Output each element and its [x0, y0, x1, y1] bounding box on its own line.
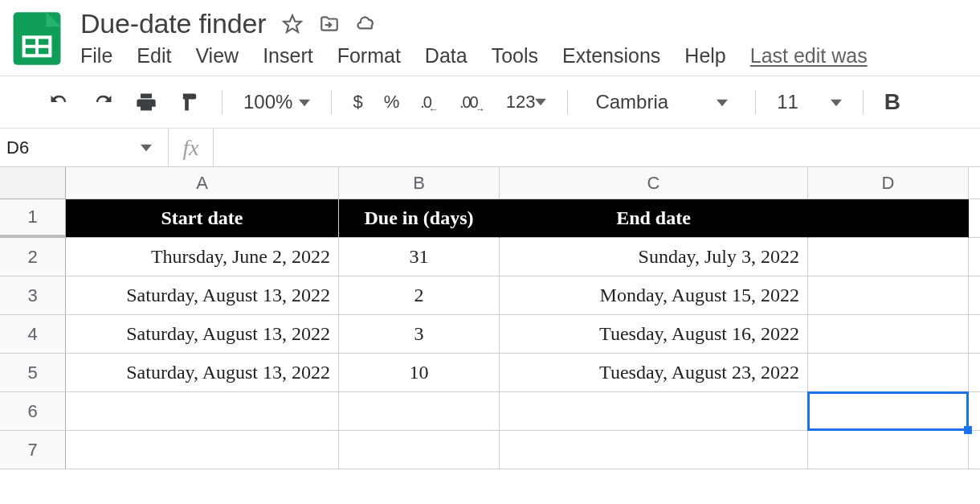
last-edit-link[interactable]: Last edit was	[750, 44, 868, 68]
cell-C2[interactable]: Sunday, July 3, 2022	[500, 238, 808, 277]
print-icon[interactable]	[135, 91, 157, 113]
decrease-decimal-button[interactable]: .0←	[420, 93, 439, 112]
svg-marker-8	[535, 99, 546, 105]
zoom-value: 100%	[243, 91, 292, 113]
menu-help[interactable]: Help	[684, 44, 725, 68]
chevron-down-icon	[141, 137, 152, 158]
chevron-down-icon	[535, 92, 546, 112]
cell-C5[interactable]: Tuesday, August 23, 2022	[500, 354, 808, 392]
increase-decimal-button[interactable]: .00→	[459, 93, 485, 112]
row-header-6[interactable]: 6	[0, 392, 66, 431]
name-box-value: D6	[6, 137, 29, 158]
row-header-3[interactable]: 3	[0, 277, 66, 315]
menu-tools[interactable]: Tools	[492, 44, 538, 68]
chevron-down-icon	[831, 91, 842, 113]
formula-input[interactable]	[214, 129, 980, 166]
col-header-D[interactable]: D	[808, 167, 969, 199]
col-gutter	[969, 315, 980, 354]
menu-insert[interactable]: Insert	[263, 44, 313, 68]
row-header-5[interactable]: 5	[0, 354, 66, 392]
cell-A3[interactable]: Saturday, August 13, 2022	[66, 277, 339, 315]
font-size-value: 11	[777, 91, 798, 113]
menu-view[interactable]: View	[195, 44, 239, 68]
cell-A7[interactable]	[66, 431, 339, 469]
cell-D4[interactable]	[808, 315, 969, 354]
redo-icon[interactable]	[92, 91, 114, 113]
cell-D5[interactable]	[808, 354, 969, 392]
menu-data[interactable]: Data	[425, 44, 468, 68]
col-header-A[interactable]: A	[66, 167, 339, 199]
col-gutter	[969, 167, 980, 199]
cell-C3[interactable]: Monday, August 15, 2022	[500, 277, 808, 315]
cell-A5[interactable]: Saturday, August 13, 2022	[66, 354, 339, 392]
row-header-4[interactable]: 4	[0, 315, 66, 354]
cell-A4[interactable]: Saturday, August 13, 2022	[66, 315, 339, 354]
zoom-select[interactable]: 100%	[243, 91, 310, 113]
sheets-logo	[8, 10, 66, 68]
menu-extensions[interactable]: Extensions	[562, 44, 660, 68]
cell-C4[interactable]: Tuesday, August 16, 2022	[500, 315, 808, 354]
header-due-in[interactable]: Due in (days)	[339, 199, 500, 238]
cell-C6[interactable]	[500, 392, 808, 431]
menu-format[interactable]: Format	[337, 44, 401, 68]
font-family-value: Cambria	[595, 91, 668, 113]
toolbar: 100% $ % .0← .00→ 123 Cambria 11 B	[0, 76, 980, 128]
col-header-C[interactable]: C	[500, 167, 808, 199]
bold-button[interactable]: B	[884, 89, 900, 115]
svg-marker-10	[831, 100, 842, 106]
font-family-select[interactable]: Cambria	[589, 91, 734, 113]
move-to-folder-icon[interactable]	[319, 14, 340, 35]
col-gutter	[969, 392, 980, 431]
col-gutter	[969, 277, 980, 315]
menu-edit[interactable]: Edit	[137, 44, 171, 68]
select-all-corner[interactable]	[0, 167, 66, 199]
row-header-2[interactable]: 2	[0, 238, 66, 277]
svg-marker-7	[299, 100, 310, 106]
header-start-date[interactable]: Start date	[66, 199, 339, 238]
font-size-select[interactable]: 11	[777, 91, 842, 113]
formula-bar: D6 fx	[0, 129, 980, 167]
row-header-1[interactable]: 1	[0, 199, 66, 238]
cloud-status-icon[interactable]	[356, 14, 377, 35]
svg-marker-11	[141, 144, 152, 150]
cell-A2[interactable]: Thursday, June 2, 2022	[66, 238, 339, 277]
cell-B5[interactable]: 10	[339, 354, 500, 392]
col-gutter	[969, 199, 980, 238]
cell-D7[interactable]	[808, 431, 969, 469]
col-gutter	[969, 431, 980, 469]
format-percent-button[interactable]: %	[384, 92, 400, 113]
spreadsheet-grid[interactable]: A B C D 1 Start date Due in (days) End d…	[0, 167, 980, 469]
cell-B4[interactable]: 3	[339, 315, 500, 354]
menu-file[interactable]: File	[80, 44, 112, 68]
star-icon[interactable]	[282, 14, 303, 35]
cell-D2[interactable]	[808, 238, 969, 277]
chevron-down-icon	[299, 91, 310, 113]
cell-B6[interactable]	[339, 392, 500, 431]
cell-A6[interactable]	[66, 392, 339, 431]
more-formats-button[interactable]: 123	[506, 92, 547, 113]
col-gutter	[969, 238, 980, 277]
cell-B2[interactable]: 31	[339, 238, 500, 277]
selection-fill-handle[interactable]	[964, 426, 972, 434]
header-empty[interactable]	[808, 199, 969, 238]
cell-B7[interactable]	[339, 431, 500, 469]
svg-marker-5	[284, 15, 302, 32]
cell-D6[interactable]	[808, 392, 969, 431]
undo-icon[interactable]	[48, 91, 71, 113]
fx-icon: fx	[169, 129, 214, 166]
format-currency-button[interactable]: $	[353, 92, 362, 113]
col-header-B[interactable]: B	[339, 167, 500, 199]
col-gutter	[969, 354, 980, 392]
doc-title[interactable]: Due-date finder	[80, 8, 266, 39]
header-end-date[interactable]: End date	[500, 199, 808, 238]
menubar: File Edit View Insert Format Data Tools …	[80, 39, 972, 68]
svg-marker-9	[717, 100, 728, 106]
chevron-down-icon	[717, 91, 728, 113]
cell-C7[interactable]	[500, 431, 808, 469]
name-box[interactable]: D6	[0, 129, 169, 166]
cell-D3[interactable]	[808, 277, 969, 315]
row-header-7[interactable]: 7	[0, 431, 66, 469]
paint-format-icon[interactable]	[178, 91, 201, 113]
cell-B3[interactable]: 2	[339, 277, 500, 315]
